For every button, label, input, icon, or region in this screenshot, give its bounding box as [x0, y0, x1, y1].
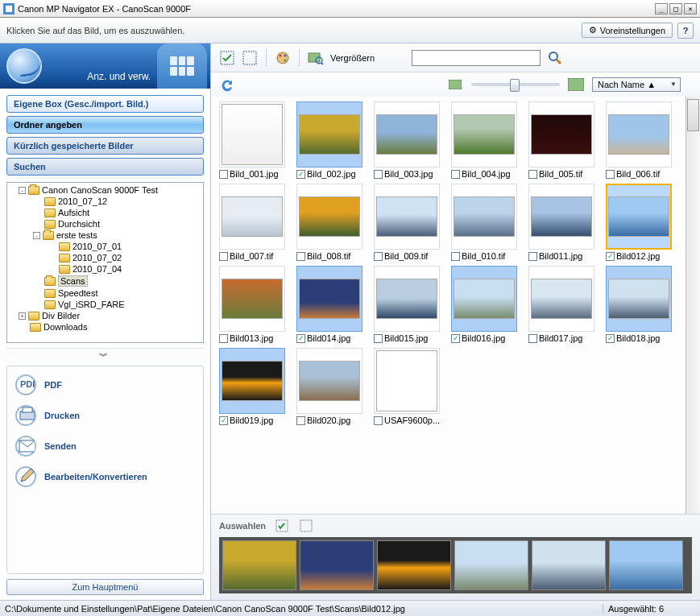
tree-item[interactable]: Durchsicht [9, 218, 203, 229]
sidebar-btn-0[interactable]: Eigene Box (Gesc./import. Bild.) [6, 95, 204, 113]
sort-dropdown[interactable]: Nach Name ▲ [592, 77, 681, 92]
sidebar-btn-3[interactable]: Suchen [6, 158, 204, 176]
thumbnail[interactable]: Bild_003.jpg [374, 101, 441, 179]
strip-select-none-icon[interactable] [298, 518, 314, 534]
thumbnail[interactable]: Bild013.jpg [219, 266, 287, 343]
strip-thumb[interactable] [300, 540, 374, 590]
thumb-checkbox[interactable] [606, 170, 615, 179]
tree-item[interactable]: Vgl_iSRD_FARE [9, 299, 203, 310]
thumb-checkbox[interactable] [528, 252, 537, 261]
sidebar-btn-1[interactable]: Ordner angeben [6, 116, 204, 134]
thumb-checkbox[interactable] [374, 416, 383, 425]
help-button[interactable]: ? [677, 23, 694, 39]
strip-thumb[interactable] [222, 540, 296, 590]
minimize-button[interactable]: _ [655, 3, 668, 14]
action-edit[interactable]: Bearbeiten/Konvertieren [9, 461, 201, 492]
action-print[interactable]: Drucken [9, 400, 201, 431]
strip-thumb[interactable] [532, 540, 606, 590]
thumb-size-slider[interactable] [471, 83, 560, 86]
thumb-checkbox[interactable]: ✓ [296, 334, 305, 343]
thumb-checkbox[interactable] [296, 252, 305, 261]
strip-thumb[interactable] [454, 540, 528, 590]
thumb-checkbox[interactable] [219, 170, 228, 179]
action-pdf[interactable]: PDFPDF [9, 370, 201, 400]
close-button[interactable]: × [684, 3, 697, 14]
maximize-button[interactable]: □ [669, 3, 682, 14]
tree-item[interactable]: 2010_07_12 [9, 196, 203, 207]
thumb-checkbox[interactable] [451, 252, 460, 261]
strip-select-all-icon[interactable] [274, 518, 290, 534]
thumb-checkbox[interactable]: ✓ [451, 334, 460, 343]
strip-thumb[interactable] [609, 540, 683, 590]
thumb-checkbox[interactable] [219, 334, 228, 343]
palette-icon[interactable] [275, 50, 291, 66]
thumbnail[interactable]: ✓Bild018.jpg [606, 266, 673, 343]
thumbnail[interactable]: Bild_001.jpg [219, 101, 287, 179]
scrollbar-thumb[interactable] [687, 99, 699, 131]
thumbnail[interactable]: Bild_006.tif [606, 101, 673, 179]
thumb-checkbox[interactable]: ✓ [219, 416, 228, 425]
refresh-icon[interactable] [219, 76, 235, 93]
folder-tree[interactable]: -Canon CanoScan 9000F Test2010_07_12Aufs… [6, 182, 204, 343]
thumb-checkbox[interactable]: ✓ [606, 334, 615, 343]
thumbnail[interactable]: Bild_007.tif [219, 184, 287, 261]
thumb-filename: Bild_006.tif [616, 169, 660, 179]
thumbnail[interactable]: Bild020.jpg [296, 348, 364, 425]
thumbnail[interactable]: ✓Bild012.jpg [606, 184, 673, 261]
zoom-image-icon[interactable] [308, 50, 324, 66]
svg-text:PDF: PDF [20, 379, 35, 389]
tree-item[interactable]: -Canon CanoScan 9000F Test [9, 184, 203, 196]
tree-item[interactable]: +Div Bilder [9, 310, 203, 321]
action-mail[interactable]: Senden [9, 431, 201, 461]
thumbnail[interactable]: Bild_005.tif [528, 101, 596, 179]
tree-item[interactable]: 2010_07_04 [9, 263, 203, 275]
tree-item[interactable]: Aufsicht [9, 207, 203, 218]
thumbnail[interactable]: Bild_004.jpg [451, 101, 519, 179]
preferences-button[interactable]: ⚙ Voreinstellungen [582, 23, 673, 38]
thumb-checkbox[interactable]: ✓ [296, 170, 305, 179]
thumbnail[interactable]: ✓Bild014.jpg [296, 266, 364, 343]
tree-item[interactable]: 2010_07_02 [9, 252, 203, 263]
thumbnail[interactable]: USAF9600p... [374, 348, 441, 425]
thumbnail[interactable]: Bild_010.tif [451, 184, 519, 261]
small-thumb-icon[interactable] [447, 76, 463, 93]
tree-item[interactable]: 2010_07_01 [9, 241, 203, 252]
select-none-icon[interactable] [242, 50, 258, 66]
thumbnail[interactable]: Bild017.jpg [528, 266, 596, 343]
main-menu-button[interactable]: Zum Hauptmenü [6, 579, 204, 595]
thumbnail[interactable]: ✓Bild019.jpg [219, 348, 287, 425]
thumb-checkbox[interactable] [374, 334, 383, 343]
svg-rect-1 [6, 6, 12, 12]
search-icon[interactable] [547, 50, 563, 66]
thumbnail[interactable]: Bild015.jpg [374, 266, 441, 343]
view-mode-tab[interactable] [157, 43, 207, 89]
thumbnail[interactable]: Bild_008.tif [296, 184, 364, 261]
thumbnail[interactable]: ✓Bild_002.jpg [296, 101, 364, 179]
svg-point-9 [280, 54, 282, 56]
thumb-checkbox[interactable] [451, 170, 460, 179]
thumb-filename: Bild_010.tif [462, 251, 505, 261]
large-thumb-icon[interactable] [568, 76, 584, 93]
thumbnail[interactable]: Bild011.jpg [528, 184, 596, 261]
thumbnail[interactable]: Bild_009.tif [374, 184, 441, 261]
thumb-checkbox[interactable] [528, 334, 537, 343]
select-all-icon[interactable] [219, 50, 235, 66]
tree-item[interactable]: Scans [9, 275, 203, 287]
tree-item[interactable]: Downloads [9, 321, 203, 333]
svg-line-16 [557, 60, 561, 64]
thumb-checkbox[interactable] [219, 252, 228, 261]
tree-item[interactable]: -erste tests [9, 229, 203, 241]
thumb-filename: Bild_002.jpg [307, 169, 356, 179]
thumb-checkbox[interactable]: ✓ [606, 252, 615, 261]
sidebar-btn-2[interactable]: Kürzlich gespeicherte Bilder [6, 137, 204, 155]
thumb-checkbox[interactable] [374, 252, 383, 261]
tree-item[interactable]: Speedtest [9, 287, 203, 299]
thumbnail[interactable]: ✓Bild016.jpg [451, 266, 519, 343]
thumb-checkbox[interactable] [374, 170, 383, 179]
search-input[interactable] [412, 50, 541, 66]
collapse-toggle[interactable]: ︾ [6, 348, 204, 364]
thumb-checkbox[interactable] [296, 416, 305, 425]
thumb-filename: Bild019.jpg [230, 415, 273, 425]
strip-thumb[interactable] [377, 540, 451, 590]
thumb-checkbox[interactable] [528, 170, 537, 179]
